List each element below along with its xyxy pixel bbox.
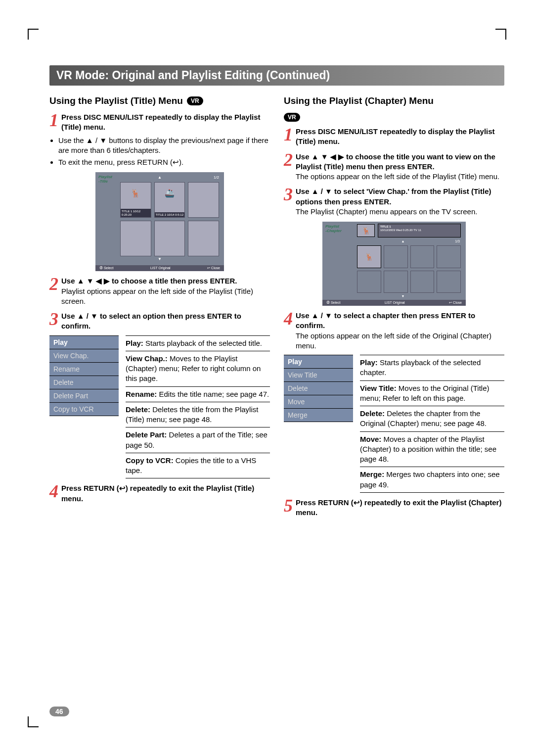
step-bold: Use ▲ / ▼ to select an option then press…: [61, 312, 241, 330]
bullet: Use the ▲ / ▼ buttons to display the pre…: [58, 136, 270, 156]
left-column: Using the Playlist (Title) Menu VR 1 Pre…: [49, 93, 270, 518]
osd-footer: ⦿ Select LIST Original ↩ Close: [322, 300, 466, 306]
osd-label: Playlist -Title: [98, 175, 112, 184]
step-bold: Press DISC MENU/LIST repeatedly to displ…: [296, 127, 495, 145]
step-text: Use ▲ / ▼ to select an option then press…: [61, 311, 270, 331]
step-number-icon: 3: [49, 312, 58, 327]
def: Delete: Deletes the chapter from the Ori…: [360, 406, 504, 431]
left-step-3: 3 Use ▲ / ▼ to select an option then pre…: [49, 311, 270, 331]
chapter-thumb-empty: [410, 271, 435, 293]
menu-item: Rename: [49, 362, 119, 376]
menu-item: Play: [284, 355, 353, 369]
osd-top-row: 🦌 TITLE 1 10/12/2003 Wed 0:25:20 TV 11: [357, 225, 461, 236]
step-number-icon: 2: [49, 277, 58, 291]
crop-mark: [28, 716, 39, 727]
def: View Title: Moves to the Original (Title…: [360, 380, 504, 406]
menu-item: Move: [284, 395, 353, 409]
def: Copy to VCR: Copies the title to a VHS t…: [126, 453, 270, 479]
right-step-4: 4 Use ▲ / ▼ to select a chapter then pre…: [284, 311, 504, 351]
crop-mark: [495, 29, 506, 40]
menu-item: Play: [49, 335, 119, 349]
step-bold: Use ▲ ▼ ◀ ▶ to choose the title you want…: [296, 152, 495, 171]
step-text: Press RETURN (↩) repeatedly to exit the …: [296, 498, 504, 518]
right-step-5: 5 Press RETURN (↩) repeatedly to exit th…: [284, 498, 504, 518]
step-bold: Press RETURN (↩) repeatedly to exit the …: [296, 498, 501, 517]
vr-badge: VR: [284, 113, 300, 122]
step1-bullets: Use the ▲ / ▼ buttons to display the pre…: [58, 136, 270, 168]
up-arrow-icon: ▲: [401, 239, 405, 243]
right-step-2: 2 Use ▲ ▼ ◀ ▶ to choose the title you wa…: [284, 152, 504, 182]
def: Rename: Edits the title name; see page 4…: [126, 386, 270, 402]
def: Delete Part: Deletes a part of the Title…: [126, 427, 270, 453]
step-number-icon: 5: [284, 499, 293, 513]
osd-pager: 1/2: [214, 175, 219, 180]
title-thumb-1: 🦌 TITLE 1 10/12 0:25:20: [120, 182, 151, 218]
def: Play: Starts playback of the selected ti…: [126, 335, 270, 351]
down-arrow-icon: ▼: [401, 294, 405, 298]
right-menu-box: Play View Title Delete Move Merge: [284, 355, 353, 493]
vr-badge: VR: [187, 96, 203, 105]
up-arrow-icon: ▲: [158, 175, 162, 180]
step-body: Playlist options appear on the left side…: [61, 287, 253, 305]
menu-item: Delete: [284, 382, 353, 395]
page: VR Mode: Original and Playlist Editing (…: [0, 0, 534, 756]
step-bold: Press DISC MENU/LIST repeatedly to displ…: [61, 113, 261, 131]
right-step-1: 1 Press DISC MENU/LIST repeatedly to dis…: [284, 127, 504, 147]
step-body: The options appear on the left side of t…: [296, 331, 491, 350]
osd-select: ⦿ Select: [325, 301, 341, 305]
step-number-icon: 1: [284, 128, 293, 142]
left-step-1: 1 Press DISC MENU/LIST repeatedly to dis…: [49, 112, 270, 133]
title-thumb-2: 🚢 TITLE 2 10/14 0:5:12: [154, 182, 185, 218]
left-options-row: Play View Chap. Rename Delete Delete Par…: [49, 335, 270, 479]
osd-grid: 🦌 TITLE 1 10/12 0:25:20 🚢 TITLE 2 10/14 …: [120, 182, 219, 256]
crop-mark: [28, 29, 39, 40]
step-text: Use ▲ / ▼ to select a chapter then press…: [296, 311, 504, 351]
playlist-chapter-osd: Playlist -Chapter 🦌 TITLE 1 10/12/2003 W…: [322, 222, 466, 306]
osd-close: ↩ Close: [206, 266, 221, 270]
right-section-title: Using the Playlist (Chapter) Menu: [284, 95, 504, 106]
playlist-title-osd: Playlist -Title ▲ 1/2 🦌 TITLE 1 10/12 0:…: [95, 172, 224, 271]
def: Merge: Merges two chapters into one; see…: [360, 467, 504, 493]
menu-item: Delete: [49, 376, 119, 389]
step-number-icon: 1: [49, 113, 58, 128]
def: View Chap.: Moves to the Playlist (Chapt…: [126, 351, 270, 386]
osd-pager: 1/3: [455, 239, 460, 243]
chapter-thumb-empty: [384, 245, 408, 268]
title-thumb-icon: 🦌: [357, 224, 375, 237]
chapter-thumb-empty: [384, 271, 408, 293]
step-text: Press DISC MENU/LIST repeatedly to displ…: [61, 112, 270, 133]
title-thumb-empty: [154, 221, 185, 256]
step-bold: Use ▲ ▼ ◀ ▶ to choose a title then press…: [61, 277, 237, 285]
menu-item: View Chap.: [49, 349, 119, 362]
step-body: The Playlist (Chapter) menu appears on t…: [296, 207, 477, 216]
step-number-icon: 4: [284, 312, 293, 326]
chapter-thumb-empty: [357, 271, 381, 293]
thumb-caption: TITLE 2 10/14 0:5:12: [155, 212, 185, 218]
osd-select: ⦿ Select: [98, 266, 114, 270]
menu-item: Merge: [284, 409, 353, 422]
page-number-badge: 46: [49, 707, 69, 716]
step-bold: Use ▲ / ▼ to select a chapter then press…: [296, 311, 475, 330]
left-title-text: Using the Playlist (Title) Menu: [49, 95, 183, 106]
right-step-3: 3 Use ▲ / ▼ to select 'View Chap.' from …: [284, 187, 504, 217]
chapter-thumb-empty: [437, 271, 461, 293]
right-definitions: Play: Starts playback of the selected ch…: [360, 355, 504, 493]
osd-original: LIST Original: [384, 301, 406, 305]
osd-label: Playlist -Chapter: [325, 225, 342, 234]
chapter-thumb-empty: [410, 245, 435, 268]
chapter-thumb: 🦌: [357, 245, 381, 268]
left-section-title: Using the Playlist (Title) Menu VR: [49, 95, 270, 106]
step-body: The options appear on the left side of t…: [296, 172, 499, 181]
def: Move: Moves a chapter of the Playlist (C…: [360, 431, 504, 467]
step-text: Use ▲ ▼ ◀ ▶ to choose the title you want…: [296, 152, 504, 182]
osd-close: ↩ Close: [448, 301, 463, 305]
bullet: To exit the menu, press RETURN (↩).: [58, 157, 270, 167]
step-text: Use ▲ ▼ ◀ ▶ to choose a title then press…: [61, 276, 270, 306]
osd-original: LIST Original: [149, 266, 172, 270]
step-number-icon: 2: [284, 153, 293, 167]
left-menu-box: Play View Chap. Rename Delete Delete Par…: [49, 335, 119, 479]
step-text: Press DISC MENU/LIST repeatedly to displ…: [296, 127, 504, 147]
step-bold: Use ▲ / ▼ to select 'View Chap.' from th…: [296, 187, 491, 205]
chapter-grid: 🦌: [357, 245, 461, 293]
down-arrow-icon: ▼: [158, 257, 162, 261]
